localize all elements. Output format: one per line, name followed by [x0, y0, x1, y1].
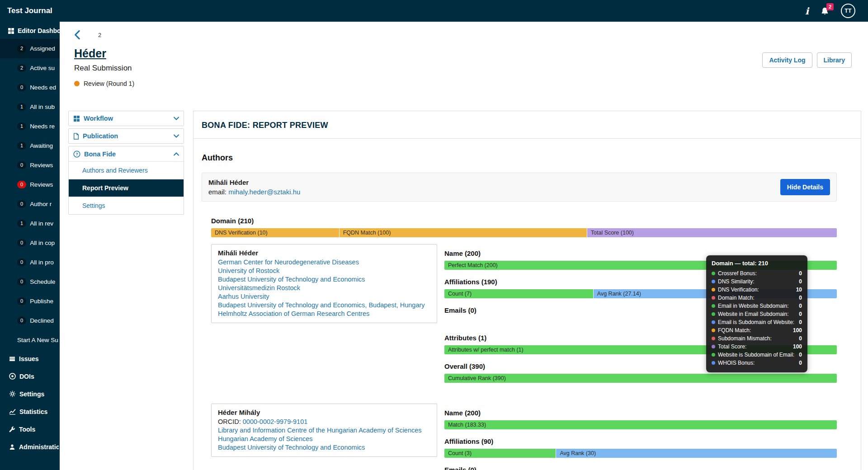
- nav-section-bonafide-group: ? Bona Fide Authors and Reviewers: [68, 146, 184, 215]
- sidebar-footer-item[interactable]: Administratio: [0, 438, 60, 456]
- author-details-box: Héder Mihály ORCID: 0000-0002-9979-9101 …: [211, 404, 437, 457]
- sidebar-footer-item[interactable]: DOIs: [0, 367, 60, 385]
- sidebar-footer-label: DOIs: [19, 373, 34, 380]
- avatar[interactable]: TT: [841, 4, 855, 18]
- affiliation-link[interactable]: Universitätsmedizin Rostock: [218, 284, 430, 292]
- journal-name[interactable]: Test Journal: [7, 6, 52, 15]
- back-button[interactable]: [74, 30, 81, 40]
- bar-segment[interactable]: Total Score (100): [587, 228, 837, 237]
- affiliation-link[interactable]: German Center for Neurodegenerative Dise…: [218, 258, 430, 267]
- bar-segment-label: Perfect Match (200): [448, 262, 498, 268]
- affiliation-link[interactable]: Library and Information Centre of the Hu…: [218, 426, 430, 435]
- page: Test Journal i 2 TT Editor Dashboard 2 A…: [0, 0, 868, 470]
- sidebar-item[interactable]: 0 Author r: [0, 194, 60, 214]
- chevron-down-icon: [174, 134, 179, 138]
- affiliation-link[interactable]: Budapest University of Technology and Ec…: [218, 443, 430, 452]
- bar-segment[interactable]: Count (3): [444, 449, 556, 458]
- sidebar-item[interactable]: Start A New Su: [0, 330, 60, 350]
- legend-dot: [712, 280, 715, 283]
- sidebar-footer-item[interactable]: Statistics: [0, 403, 60, 420]
- sidebar-footer-label: Tools: [19, 426, 35, 433]
- sidebar-item[interactable]: 0 Reviews: [0, 175, 60, 194]
- nav-sub-item[interactable]: Settings: [69, 197, 184, 214]
- sidebar-items: 2 Assigned 2 Active su 0 Needs ed 1: [0, 39, 60, 350]
- sidebar-item[interactable]: 2 Active su: [0, 58, 60, 78]
- domain-tooltip: Domain — total: 210 Crossref Bonus: 0: [706, 255, 807, 372]
- bar-segment-label: Avg Rank (27.14): [597, 291, 641, 297]
- sidebar-item-label: Needs ed: [30, 84, 56, 91]
- sidebar-item[interactable]: 0 Needs ed: [0, 78, 60, 97]
- bar-segment[interactable]: Cumulative Rank (390): [444, 374, 837, 383]
- affiliation-link[interactable]: Budapest University of Technology and Ec…: [218, 275, 430, 284]
- count-badge: 1: [17, 122, 26, 130]
- sidebar-footer-icon: [9, 390, 16, 397]
- notifications-button[interactable]: 2: [821, 7, 829, 15]
- nav-section-bonafide[interactable]: ? Bona Fide: [69, 146, 184, 161]
- nav-sub-item[interactable]: Authors and Reviewers: [69, 161, 184, 179]
- sidebar-item[interactable]: 1 All in sub: [0, 97, 60, 117]
- library-button[interactable]: Library: [817, 52, 852, 68]
- hide-details-button[interactable]: Hide Details: [780, 179, 830, 195]
- affiliation-link[interactable]: Helmholtz Association of German Research…: [218, 310, 430, 318]
- affiliation-link[interactable]: Budapest University of Technology and Ec…: [218, 301, 430, 310]
- bar-segment-label: Total Score (100): [591, 230, 634, 236]
- sidebar-item[interactable]: 0 All in pro: [0, 253, 60, 272]
- orcid-label: ORCID:: [218, 418, 241, 425]
- nav-section-label: Workflow: [84, 115, 113, 122]
- affiliation-link[interactable]: Aarhus University: [218, 292, 430, 301]
- sidebar-item[interactable]: 0 All in cop: [0, 233, 60, 253]
- tooltip-row: Website in Email Subdomain: 0: [712, 310, 802, 318]
- sidebar-item-label: Awaiting: [30, 142, 53, 149]
- orcid-link[interactable]: 0000-0002-9979-9101: [243, 418, 308, 425]
- sidebar-footer-item[interactable]: Issues: [0, 350, 60, 367]
- bar-segment-label: Count (7): [448, 291, 472, 297]
- sidebar-item[interactable]: 1 Awaiting: [0, 136, 60, 155]
- nav-section-publication[interactable]: Publication: [68, 128, 184, 144]
- activity-log-button[interactable]: Activity Log: [762, 52, 812, 68]
- panel-heading: BONA FIDE: REPORT PREVIEW: [193, 111, 861, 139]
- email-label: email:: [208, 188, 226, 196]
- nav-sub-item[interactable]: Report Preview: [69, 179, 184, 197]
- sidebar-footer-item[interactable]: Tools: [0, 420, 60, 438]
- bar-segment[interactable]: Avg Rank (30): [556, 449, 837, 458]
- tooltip-label: Total Score:: [718, 343, 790, 351]
- sidebar-item[interactable]: 1 Needs re: [0, 117, 60, 136]
- sidebar-dashboard-header[interactable]: Editor Dashboard: [0, 22, 60, 39]
- question-circle-icon: ?: [73, 150, 80, 158]
- sidebar-item[interactable]: 0 Publishe: [0, 291, 60, 311]
- affiliation-link[interactable]: Hungarian Academy of Sciences: [218, 435, 430, 443]
- sidebar-footer-item[interactable]: Settings: [0, 385, 60, 403]
- domain-bar: DNS Verification (10) FQDN Match (100) T…: [211, 228, 837, 237]
- bar-segment[interactable]: FQDN Match (100): [340, 228, 587, 237]
- sidebar-item[interactable]: 0 Declined: [0, 311, 60, 330]
- metric-bar: Count (3)Avg Rank (30): [444, 449, 837, 458]
- sidebar-item[interactable]: 2 Assigned: [0, 39, 60, 58]
- sidebar-item-label: Active su: [30, 65, 55, 71]
- metric-bar: Cumulative Rank (390): [444, 374, 837, 383]
- bar-segment[interactable]: Match (183.33): [444, 420, 837, 429]
- sidebar-item[interactable]: 1 All in rev: [0, 214, 60, 233]
- tooltip-row: Subdomain Mismatch: 0: [712, 334, 802, 343]
- affiliation-link[interactable]: University of Rostock: [218, 267, 430, 275]
- author-card-name: Miháli Héder: [208, 179, 300, 186]
- sidebar-footer-label: Issues: [19, 355, 39, 362]
- legend-dot: [712, 337, 715, 340]
- author-email-link[interactable]: mihaly.heder@sztaki.hu: [228, 188, 300, 196]
- tooltip-value: 0: [799, 269, 802, 277]
- bar-segment-label: Avg Rank (30): [560, 450, 596, 456]
- count-badge: 0: [17, 84, 26, 91]
- nav-section-workflow[interactable]: Workflow: [68, 111, 184, 126]
- sidebar-item[interactable]: 0 Reviews: [0, 155, 60, 175]
- tooltip-value: 100: [793, 326, 802, 334]
- workflow-side-nav: Workflow Publication ? Bona Fide: [68, 111, 184, 217]
- metrics-column: Name (200) Match (183.33) Affiliations (…: [444, 404, 837, 470]
- legend-dot: [712, 272, 715, 275]
- info-icon[interactable]: i: [805, 6, 809, 16]
- bar-segment[interactable]: Count (7): [444, 289, 594, 298]
- submission-header: 2 Héder Real Submission Review (Round 1)…: [60, 22, 868, 111]
- orcid-row: ORCID: 0000-0002-9979-9101: [218, 418, 430, 426]
- sidebar-item[interactable]: 0 Schedule: [0, 272, 60, 291]
- metric-bar: Match (183.33): [444, 420, 837, 429]
- bar-segment[interactable]: DNS Verification (10): [211, 228, 340, 237]
- nav-sub-item-label: Authors and Reviewers: [82, 167, 148, 174]
